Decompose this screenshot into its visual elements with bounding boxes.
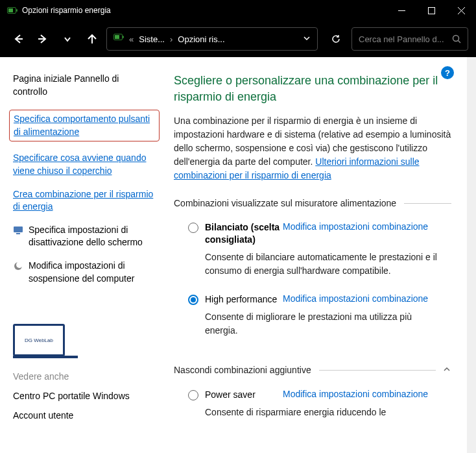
brand-logo: DG WebLab (13, 324, 156, 358)
section-preferred-plans: Combinazioni visualizzate sul misuratore… (174, 198, 451, 208)
maximize-button[interactable] (416, 0, 446, 21)
sidebar: Pagina iniziale Pannello di controllo Sp… (0, 57, 169, 453)
power-plan-power-saver: Power saver Modifica impostazioni combin… (174, 385, 451, 431)
related-link-mobility-center[interactable]: Centro PC portatile Windows (13, 391, 156, 401)
sidebar-link-display-off[interactable]: Specifica impostazioni di disattivazione… (13, 224, 156, 249)
refresh-button[interactable] (324, 27, 348, 51)
page-description: Una combinazione per il risparmio di ene… (174, 114, 451, 182)
plan-name: High performance (205, 293, 283, 305)
scrollbar[interactable] (467, 57, 476, 453)
forward-button[interactable] (32, 29, 53, 49)
monitor-icon (13, 225, 23, 236)
titlebar: Opzioni risparmio energia (0, 0, 476, 21)
page-heading: Scegliere o personalizzare una combinazi… (174, 73, 451, 105)
change-plan-settings-link[interactable]: Modifica impostazioni combinazione (283, 389, 428, 399)
plan-description: Consente di bilanciare automaticamente l… (205, 251, 451, 278)
back-button[interactable] (8, 29, 29, 49)
see-also-label: Vedere anche (13, 371, 156, 382)
breadcrumb-item[interactable]: Siste... (139, 34, 165, 44)
navbar: « Siste... › Opzioni ris... Cerca nel Pa… (0, 21, 476, 57)
sidebar-link-sleep-settings[interactable]: Modifica impostazioni di sospensione del… (13, 260, 156, 285)
svg-rect-1 (428, 7, 434, 14)
chevron-down-icon[interactable] (303, 34, 311, 44)
breadcrumb-chevron: « (129, 34, 134, 44)
battery-icon (113, 34, 124, 44)
radio-high-performance[interactable] (188, 295, 198, 305)
minimize-button[interactable] (387, 0, 416, 21)
radio-power-saver[interactable] (188, 390, 198, 400)
power-plan-high-performance: High performance Modifica impostazioni c… (174, 289, 451, 349)
window-title: Opzioni risparmio energia (22, 6, 387, 15)
chevron-up-icon[interactable] (442, 365, 451, 376)
help-button[interactable]: ? (441, 66, 454, 79)
main-content: ? Scegliere o personalizzare una combina… (169, 57, 467, 453)
search-input[interactable]: Cerca nel Pannello d... (351, 27, 468, 51)
moon-icon (13, 261, 23, 271)
plan-description: Consente di migliorare le prestazioni ma… (205, 310, 451, 337)
search-placeholder: Cerca nel Pannello d... (359, 34, 452, 44)
svg-point-12 (16, 262, 23, 268)
control-panel-home-link[interactable]: Pagina iniziale Pannello di controllo (13, 73, 156, 98)
radio-balanced[interactable] (188, 223, 198, 233)
recent-dropdown[interactable] (57, 29, 78, 49)
address-bar[interactable]: « Siste... › Opzioni ris... (106, 27, 318, 51)
change-plan-settings-link[interactable]: Modifica impostazioni combinazione (283, 221, 428, 232)
sidebar-link-lid-close[interactable]: Specificare cosa avviene quando viene ch… (13, 152, 156, 177)
svg-line-8 (458, 41, 461, 43)
section-hide-additional[interactable]: Nascondi combinazioni aggiuntive (174, 365, 451, 376)
close-button[interactable] (446, 0, 476, 21)
plan-name: Bilanciato (scelta consigliata) (205, 221, 283, 245)
up-button[interactable] (82, 29, 102, 49)
plan-name: Power saver (205, 389, 283, 400)
app-icon (6, 5, 17, 16)
sidebar-link-power-buttons[interactable]: Specifica comportamento pulsanti di alim… (9, 110, 160, 141)
change-plan-settings-link[interactable]: Modifica impostazioni combinazione (283, 293, 428, 304)
breadcrumb-item[interactable]: Opzioni ris... (178, 34, 224, 44)
related-link-user-accounts[interactable]: Account utente (13, 410, 156, 421)
chevron-right-icon: › (170, 34, 173, 44)
svg-rect-9 (14, 226, 23, 232)
svg-rect-10 (16, 233, 20, 234)
search-icon (452, 34, 461, 43)
power-plan-balanced: Bilanciato (scelta consigliata) Modifica… (174, 217, 451, 289)
svg-point-7 (453, 36, 459, 42)
sidebar-link-create-plan[interactable]: Crea combinazione per il risparmio di en… (13, 188, 156, 214)
plan-description: Consente di risparmiare energia riducend… (205, 406, 451, 419)
